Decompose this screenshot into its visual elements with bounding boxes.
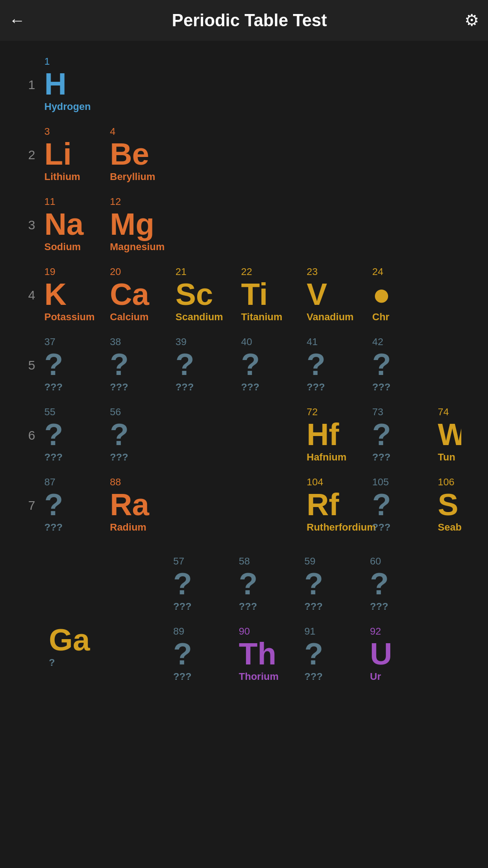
element-87[interactable]: 87 ? ??? [41,473,106,538]
atomic-number-Be: 4 [110,126,168,138]
element-Be[interactable]: 4 Be Beryllium [106,122,172,188]
element-Sc[interactable]: 21 Sc Scandium [172,262,237,328]
row-number-4: 4 [23,288,41,303]
element-57[interactable]: 57 ? ??? [170,552,235,617]
element-Ga-partial[interactable]: Ga ? [45,620,111,690]
symbol-H: H [44,68,103,99]
atomic-number-40: 40 [241,336,299,348]
atomic-number-Cr: 24 [372,266,392,278]
name-89: ??? [173,671,232,683]
element-Ca[interactable]: 20 Ca Calcium [106,262,172,328]
name-Cr: Chr [372,311,392,323]
period-row-2: 2 3 Li Lithium 4 Be Beryllium [23,120,488,190]
atomic-number-Rf: 104 [307,476,365,488]
symbol-55: ? [44,419,103,450]
symbol-74: W [438,419,458,450]
symbol-40: ? [241,349,299,379]
atomic-number-55: 55 [44,406,103,418]
element-105[interactable]: 105 ? ??? [369,473,434,538]
element-38[interactable]: 38 ? ??? [106,332,172,398]
element-37[interactable]: 37 ? ??? [41,332,106,398]
row-4-cells: 19 K Potassium 20 Ca Calcium 21 Sc Scand… [41,262,488,328]
name-41: ??? [307,381,365,393]
name-Th: Thorium [239,671,297,683]
element-40[interactable]: 40 ? ??? [237,332,303,398]
symbol-Sc: Sc [175,279,234,309]
element-59[interactable]: 59 ? ??? [301,552,366,617]
element-73[interactable]: 73 ? ??? [369,403,434,468]
name-K: Potassium [44,311,103,323]
element-H[interactable]: 1 H Hydrogen [41,52,106,118]
element-Hf[interactable]: 72 Hf Hafnium [303,403,369,468]
element-60-partial[interactable]: 60 ? ??? [366,552,393,617]
symbol-87: ? [44,489,103,520]
spacer-6a [172,403,237,468]
element-Na[interactable]: 11 Na Sodium [41,192,106,258]
element-56[interactable]: 56 ? ??? [106,403,172,468]
element-106-partial[interactable]: 106 S Seab [434,473,461,538]
name-92: Ur [370,671,390,683]
element-K[interactable]: 19 K Potassium [41,262,106,328]
back-button[interactable]: ← [9,11,25,30]
atomic-number-57: 57 [173,555,232,567]
symbol-Be: Be [110,138,168,169]
row-3-cells: 11 Na Sodium 12 Mg Magnesium [41,192,488,258]
symbol-89: ? [173,638,232,669]
name-Ti: Titanium [241,311,299,323]
row-number-7: 7 [23,498,41,513]
element-Rf[interactable]: 104 Rf Rutherfordium [303,473,369,538]
element-92-partial[interactable]: 92 U Ur [366,622,393,688]
symbol-57: ? [173,568,232,599]
element-Cr-partial[interactable]: 24 ● Chr [369,262,396,328]
element-74-partial[interactable]: 74 W Tun [434,403,461,468]
period-row-1: 1 1 H Hydrogen [23,50,488,120]
name-59: ??? [304,601,363,612]
element-41[interactable]: 41 ? ??? [303,332,369,398]
element-Li[interactable]: 3 Li Lithium [41,122,106,188]
name-55: ??? [44,451,103,463]
period-row-6: 6 55 ? ??? 56 ? ??? 72 Hf Hafnium [23,400,488,470]
name-40: ??? [241,381,299,393]
element-91[interactable]: 91 ? ??? [301,622,366,688]
name-73: ??? [372,451,431,463]
lanthanide-row: 57 ? ??? 58 ? ??? 59 ? ??? 60 ? ??? [23,550,488,620]
atomic-number-Th: 90 [239,626,297,637]
atomic-number-39: 39 [175,336,234,348]
symbol-105: ? [372,489,431,520]
name-Ga-partial: ? [49,657,107,669]
atomic-number-59: 59 [304,555,363,567]
element-Mg[interactable]: 12 Mg Magnesium [106,192,172,258]
element-39[interactable]: 39 ? ??? [172,332,237,398]
atomic-number-Hf: 72 [307,406,365,418]
element-58[interactable]: 58 ? ??? [235,552,301,617]
name-105: ??? [372,522,431,533]
element-55[interactable]: 55 ? ??? [41,403,106,468]
name-V: Vanadium [307,311,365,323]
symbol-37: ? [44,349,103,379]
settings-button[interactable]: ⚙ [464,11,479,30]
element-Ra[interactable]: 88 Ra Radium [106,473,172,538]
name-42: ??? [372,381,392,393]
row-number-6: 6 [23,428,41,443]
element-Th[interactable]: 90 Th Thorium [235,622,301,688]
period-row-5: 5 37 ? ??? 38 ? ??? 39 ? ??? 4 [23,330,488,400]
symbol-Cr: ● [372,279,392,309]
symbol-39: ? [175,349,234,379]
name-56: ??? [110,451,168,463]
symbol-91: ? [304,638,363,669]
symbol-Ca: Ca [110,279,168,309]
app-header: ← Periodic Table Test ⚙ [0,0,488,41]
row-number-5: 5 [23,358,41,373]
symbol-73: ? [372,419,431,450]
page-title: Periodic Table Test [34,11,464,30]
atomic-number-74: 74 [438,406,458,418]
element-V[interactable]: 23 V Vanadium [303,262,369,328]
atomic-number-58: 58 [239,555,297,567]
name-37: ??? [44,381,103,393]
element-89[interactable]: 89 ? ??? [170,622,235,688]
element-Ti[interactable]: 22 Ti Titanium [237,262,303,328]
element-42-partial[interactable]: 42 ? ??? [369,332,396,398]
row-number-3: 3 [23,218,41,232]
symbol-59: ? [304,568,363,599]
periodic-table-grid: 1 1 H Hydrogen 2 3 Li Lithium 4 [0,45,488,541]
